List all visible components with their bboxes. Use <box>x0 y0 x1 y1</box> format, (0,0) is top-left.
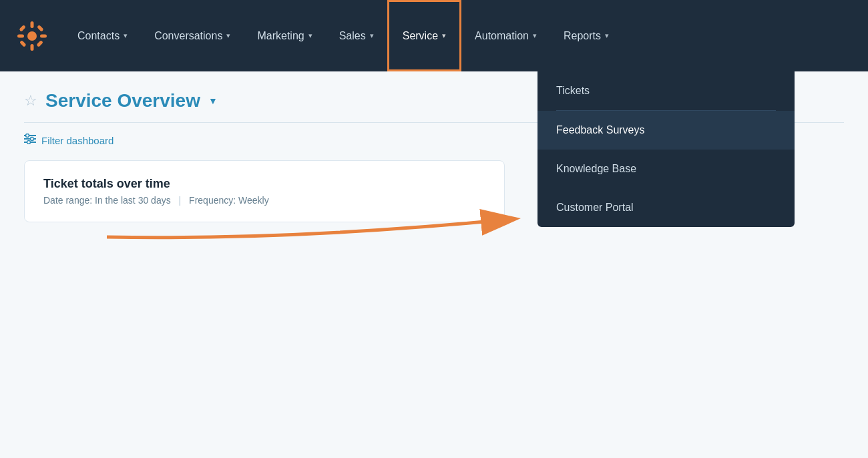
nav-item-automation[interactable]: Automation ▾ <box>461 0 550 71</box>
svg-rect-8 <box>36 40 43 47</box>
nav-label-marketing: Marketing <box>257 30 304 42</box>
card-separator: | <box>179 195 182 206</box>
nav-label-contacts: Contacts <box>77 30 120 42</box>
nav-label-service: Service <box>403 30 438 42</box>
chevron-down-icon: ▾ <box>370 31 374 40</box>
nav-label-conversations: Conversations <box>154 30 222 42</box>
favorite-star-icon[interactable]: ☆ <box>24 92 37 109</box>
svg-point-0 <box>27 31 37 41</box>
dropdown-item-customer-portal[interactable]: Customer Portal <box>537 188 795 227</box>
dropdown-item-feedback-surveys[interactable]: Feedback Surveys <box>537 111 795 150</box>
card-title: Ticket totals over time <box>43 177 485 191</box>
card-frequency: Frequency: Weekly <box>189 195 269 206</box>
chevron-down-icon: ▾ <box>124 31 128 40</box>
svg-point-15 <box>27 141 31 144</box>
ticket-totals-card: Ticket totals over time Date range: In t… <box>24 160 505 222</box>
chevron-down-icon: ▾ <box>533 31 537 40</box>
dropdown-item-knowledge-base[interactable]: Knowledge Base <box>537 150 795 188</box>
svg-point-13 <box>26 134 29 138</box>
chevron-down-icon: ▾ <box>226 31 230 40</box>
hubspot-logo[interactable] <box>16 20 48 52</box>
chevron-down-icon: ▾ <box>308 31 312 40</box>
service-dropdown: Tickets Feedback Surveys Knowledge Base … <box>537 71 795 227</box>
nav-item-marketing[interactable]: Marketing ▾ <box>244 0 325 71</box>
nav-label-sales: Sales <box>339 30 366 42</box>
svg-rect-5 <box>19 25 26 32</box>
nav-item-contacts[interactable]: Contacts ▾ <box>64 0 141 71</box>
dropdown-item-tickets[interactable]: Tickets <box>537 71 795 110</box>
svg-point-14 <box>31 138 34 141</box>
svg-rect-4 <box>40 34 47 37</box>
nav-items: Contacts ▾ Conversations ▾ Marketing ▾ S… <box>64 0 622 71</box>
filter-dashboard-label[interactable]: Filter dashboard <box>41 135 114 146</box>
svg-rect-7 <box>19 40 27 47</box>
title-chevron-icon[interactable]: ▼ <box>208 95 218 106</box>
nav-label-automation: Automation <box>475 30 529 42</box>
svg-rect-2 <box>31 44 34 51</box>
nav-item-service[interactable]: Service ▾ <box>387 0 461 71</box>
svg-rect-3 <box>17 34 24 37</box>
card-date-range: Date range: In the last 30 days <box>43 195 171 206</box>
nav-item-conversations[interactable]: Conversations ▾ <box>141 0 244 71</box>
nav-label-reports: Reports <box>564 30 601 42</box>
page-title: Service Overview <box>45 90 200 111</box>
nav-item-reports[interactable]: Reports ▾ <box>550 0 622 71</box>
card-subtitle: Date range: In the last 30 days | Freque… <box>43 195 485 206</box>
nav-item-sales[interactable]: Sales ▾ <box>326 0 387 71</box>
navbar: Contacts ▾ Conversations ▾ Marketing ▾ S… <box>0 0 868 71</box>
chevron-down-icon: ▾ <box>442 31 446 40</box>
svg-rect-6 <box>37 25 44 32</box>
svg-rect-1 <box>31 21 34 28</box>
chevron-down-icon: ▾ <box>605 31 609 40</box>
filter-icon <box>24 134 36 147</box>
